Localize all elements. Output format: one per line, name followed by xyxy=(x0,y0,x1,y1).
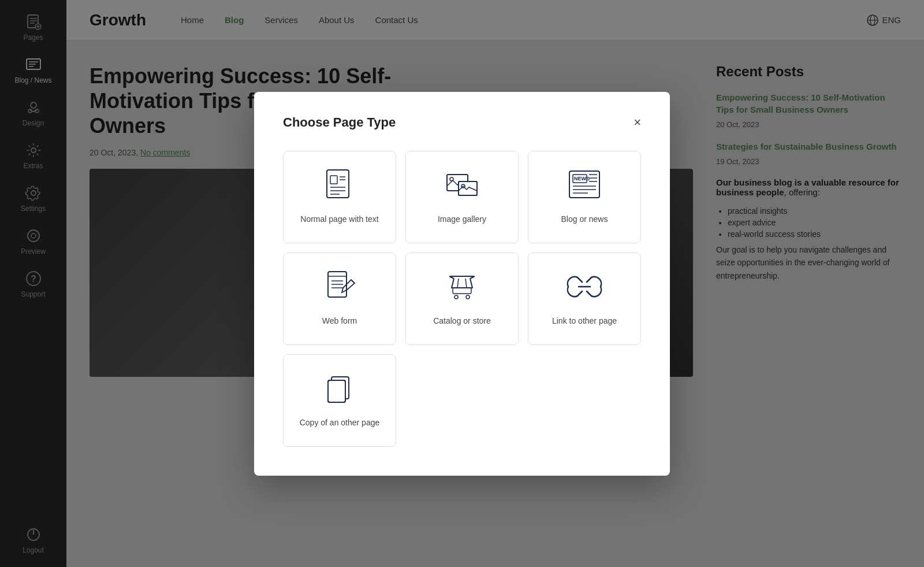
catalog-icon xyxy=(442,267,482,306)
modal-grid-row1: Normal page with text Image gallery NEWS xyxy=(283,151,641,243)
page-type-link[interactable]: Link to other page xyxy=(528,253,641,345)
copy-icon xyxy=(320,369,359,408)
image-gallery-label: Image gallery xyxy=(438,214,486,225)
page-type-blog[interactable]: NEWS Blog or news xyxy=(528,151,641,243)
web-form-icon xyxy=(320,267,359,306)
copy-label: Copy of an other page xyxy=(300,417,380,429)
svg-rect-54 xyxy=(453,288,471,294)
svg-rect-59 xyxy=(328,380,345,402)
blog-news-icon: NEWS xyxy=(565,165,604,205)
svg-text:NEWS: NEWS xyxy=(574,176,590,181)
page-type-catalog[interactable]: Catalog or store xyxy=(405,253,519,345)
page-type-gallery[interactable]: Image gallery xyxy=(405,151,519,243)
svg-rect-37 xyxy=(569,171,599,198)
normal-page-label: Normal page with text xyxy=(300,214,378,225)
modal-grid-row2: Web form Catalog or store xyxy=(283,253,641,345)
page-type-normal[interactable]: Normal page with text xyxy=(283,151,396,243)
modal-grid-row3: Copy of an other page xyxy=(283,354,641,447)
page-type-webform[interactable]: Web form xyxy=(283,253,396,345)
svg-point-55 xyxy=(454,295,458,299)
page-type-copy[interactable]: Copy of an other page xyxy=(283,354,396,447)
choose-page-type-modal: Choose Page Type × Normal page with text xyxy=(254,92,670,476)
modal-title: Choose Page Type xyxy=(283,115,396,130)
modal-close-button[interactable]: × xyxy=(634,116,641,129)
catalog-label: Catalog or store xyxy=(433,316,491,327)
svg-point-56 xyxy=(466,295,470,299)
empty-slot-1 xyxy=(405,354,519,447)
link-icon xyxy=(565,267,604,306)
svg-rect-26 xyxy=(330,176,337,184)
blog-news-label: Blog or news xyxy=(561,214,608,225)
link-label: Link to other page xyxy=(552,316,617,327)
modal-header: Choose Page Type × xyxy=(283,115,641,130)
empty-slot-2 xyxy=(528,354,641,447)
svg-line-51 xyxy=(351,280,355,283)
web-form-label: Web form xyxy=(322,316,357,327)
normal-page-icon xyxy=(320,165,359,205)
image-gallery-icon xyxy=(442,165,482,205)
